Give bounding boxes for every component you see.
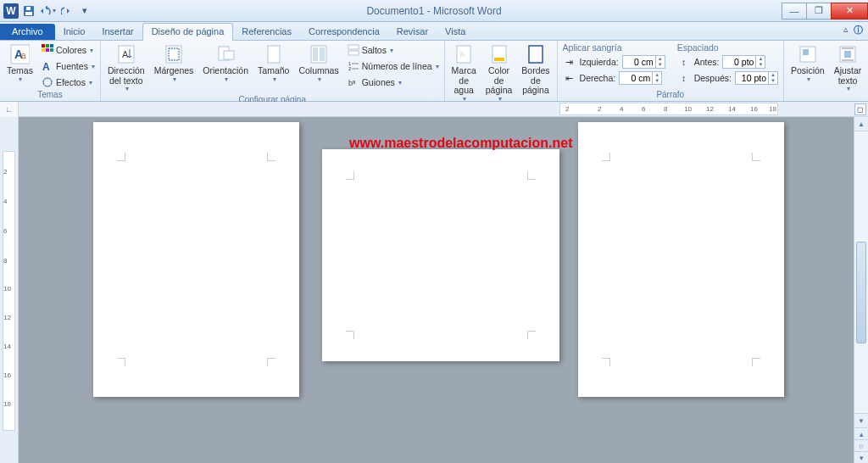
svg-rect-11	[50, 48, 53, 52]
svg-rect-35	[529, 46, 542, 63]
svg-rect-24	[348, 45, 359, 49]
undo-button[interactable]	[39, 3, 56, 20]
ribbon-group-parrafo: Aplicar sangría ⇥Izquierda:▲▼ ⇤Derecha:▲…	[558, 41, 784, 101]
document-canvas[interactable]: www.maestrodelacomputacion.net	[19, 117, 854, 463]
svg-text:A: A	[122, 49, 129, 59]
svg-point-13	[43, 78, 52, 86]
line-numbers-icon: 12	[347, 59, 360, 73]
ribbon-group-fondo: AMarca de agua Color de página Bordes de…	[445, 41, 558, 101]
page-1[interactable]	[93, 122, 299, 397]
svg-rect-2	[26, 7, 31, 10]
window-title: Documento1 - Microsoft Word	[0, 5, 868, 17]
fuentes-button[interactable]: AFuentes	[39, 59, 97, 74]
page-2[interactable]	[322, 149, 559, 361]
svg-rect-10	[46, 48, 49, 52]
columns-icon	[309, 44, 329, 64]
indent-left-icon: ⇥	[563, 55, 576, 69]
ribbon-group-temas: Aa Temas Colores AFuentes Efectos Temas	[0, 41, 101, 101]
tab-diseno-pagina[interactable]: Diseño de página	[142, 23, 234, 41]
quick-access-toolbar: W ▾	[0, 3, 93, 20]
title-bar: W ▾ Documento1 - Microsoft Word — ❐ ✕	[0, 0, 868, 22]
minimize-ribbon-button[interactable]: ▵	[843, 24, 849, 36]
bordes-pagina-button[interactable]: Bordes de página	[518, 42, 553, 98]
guiones-button[interactable]: bªGuiones	[345, 75, 441, 90]
browse-object-button[interactable]: ○	[854, 439, 868, 451]
svg-text:bª: bª	[348, 79, 356, 87]
restore-window-button[interactable]: ❐	[806, 3, 832, 20]
indent-right-icon: ⇤	[563, 71, 576, 85]
page-borders-icon	[526, 44, 546, 64]
window-controls: — ❐ ✕	[782, 3, 868, 20]
tab-vista[interactable]: Vista	[437, 24, 474, 40]
efectos-button[interactable]: Efectos	[39, 75, 97, 90]
vertical-scrollbar[interactable]: ▲ ▼ ▴ ○ ▾	[854, 117, 868, 463]
tab-correspondencia[interactable]: Correspondencia	[300, 24, 388, 40]
margenes-button[interactable]: Márgenes	[151, 42, 198, 85]
svg-rect-7	[46, 44, 49, 47]
posicion-button[interactable]: Posición	[787, 42, 828, 85]
text-direction-icon: A	[116, 44, 136, 64]
help-button[interactable]: ⓘ	[854, 24, 863, 36]
svg-rect-22	[313, 47, 318, 61]
horizontal-ruler-bar: ∟ 2 2 4 6 8 10 12 14 16 18 ▢	[0, 102, 868, 117]
svg-rect-9	[42, 48, 45, 52]
file-tab[interactable]: Archivo	[0, 24, 55, 40]
ribbon-tabs: Archivo Inicio Insertar Diseño de página…	[0, 22, 868, 41]
orientacion-button[interactable]: Orientación	[199, 42, 252, 85]
tab-insertar[interactable]: Insertar	[93, 24, 142, 40]
espaciado-title: Espaciado	[677, 42, 778, 53]
vertical-ruler[interactable]: 2 4 6 8 10 12 14 16 18	[0, 117, 19, 463]
workspace: 2 4 6 8 10 12 14 16 18 www.maestrodelaco…	[0, 117, 868, 463]
hyphenation-icon: bª	[347, 75, 360, 89]
group-label-parrafo: Párrafo	[563, 90, 778, 101]
fonts-icon: A	[41, 59, 54, 73]
qat-custom-button[interactable]: ▾	[76, 3, 93, 20]
scroll-up-button[interactable]: ▲	[854, 117, 868, 131]
tab-referencias[interactable]: Referencias	[233, 24, 300, 40]
marca-agua-button[interactable]: AMarca de agua	[448, 42, 480, 104]
next-page-button[interactable]: ▾	[854, 451, 868, 463]
espaciado-antes-input[interactable]: ▲▼	[722, 55, 765, 69]
svg-rect-6	[42, 44, 45, 47]
scroll-down-button[interactable]: ▼	[854, 413, 868, 427]
svg-rect-37	[803, 49, 809, 55]
sangria-izquierda-input[interactable]: ▲▼	[622, 55, 665, 69]
direccion-texto-button[interactable]: ADirección del texto	[104, 42, 148, 95]
page-3[interactable]	[578, 122, 784, 397]
ajustar-texto-button[interactable]: Ajustar texto	[831, 42, 865, 95]
svg-rect-19	[224, 51, 234, 59]
columnas-button[interactable]: Columnas	[295, 42, 342, 85]
ruler-toggle-button[interactable]: ▢	[854, 103, 866, 115]
colors-icon	[41, 43, 54, 57]
svg-rect-39	[844, 51, 851, 58]
temas-button[interactable]: Aa Temas	[3, 42, 36, 85]
color-pagina-button[interactable]: Color de página	[482, 42, 516, 104]
numeros-linea-button[interactable]: 12Números de línea	[345, 59, 441, 74]
effects-icon	[41, 75, 54, 89]
space-after-icon: ↕	[677, 71, 691, 85]
sangria-derecha-input[interactable]: ▲▼	[619, 71, 662, 85]
prev-page-button[interactable]: ▴	[854, 427, 868, 439]
word-app-icon[interactable]: W	[3, 3, 19, 19]
ruler-corner[interactable]: ∟	[0, 102, 19, 117]
svg-rect-1	[25, 12, 32, 15]
page-color-icon	[489, 44, 509, 64]
horizontal-ruler[interactable]: 2 2 4 6 8 10 12 14 16 18	[559, 103, 778, 115]
redo-button[interactable]	[58, 3, 75, 20]
colores-button[interactable]: Colores	[39, 42, 97, 58]
svg-rect-20	[268, 46, 280, 63]
save-button[interactable]	[20, 3, 37, 20]
tamano-button[interactable]: Tamaño	[254, 42, 292, 85]
margins-icon	[164, 44, 184, 64]
watermark-icon: A	[453, 44, 474, 64]
vscroll-thumb[interactable]	[856, 242, 866, 343]
svg-text:a: a	[21, 51, 26, 60]
ribbon-group-configurar: ADirección del texto Márgenes Orientació…	[101, 41, 445, 101]
close-window-button[interactable]: ✕	[831, 3, 868, 20]
minimize-window-button[interactable]: —	[782, 3, 807, 20]
group-label-temas: Temas	[3, 90, 97, 101]
tab-inicio[interactable]: Inicio	[55, 24, 94, 40]
saltos-button[interactable]: Saltos	[345, 42, 441, 58]
tab-revisar[interactable]: Revisar	[388, 24, 437, 40]
espaciado-despues-input[interactable]: ▲▼	[735, 71, 778, 85]
